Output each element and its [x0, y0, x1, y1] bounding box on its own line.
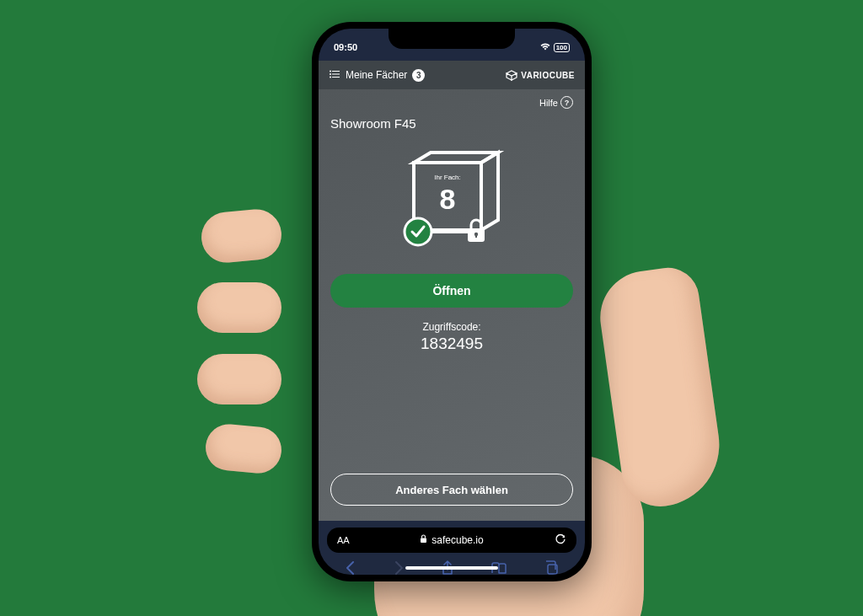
text-size-button[interactable]: AA — [337, 535, 350, 545]
svg-point-0 — [330, 71, 331, 72]
locker-diagram: Ihr Fach: 8 — [330, 137, 573, 264]
tabs-icon[interactable] — [544, 560, 559, 575]
choose-other-button[interactable]: Anderes Fach wählen — [330, 474, 573, 506]
browser-nav — [319, 553, 585, 575]
page-title: Showroom F45 — [330, 116, 573, 131]
svg-rect-12 — [421, 538, 426, 544]
access-code-label: Zugriffscode: — [330, 321, 573, 333]
variocube-icon — [506, 69, 517, 81]
svg-point-2 — [330, 73, 331, 75]
svg-point-8 — [405, 218, 432, 245]
svg-rect-3 — [332, 74, 340, 75]
svg-rect-11 — [475, 234, 477, 238]
lock-icon — [420, 534, 427, 546]
main-content: Hilfe ? Showroom F45 Ihr Fach: 8 — [319, 89, 585, 521]
reload-icon[interactable] — [555, 533, 566, 548]
status-time: 09:50 — [334, 42, 357, 52]
home-indicator[interactable] — [405, 566, 498, 570]
app-header: Meine Fächer 3 VARIOCUBE — [319, 61, 585, 89]
menu-badge: 3 — [412, 69, 425, 82]
brand-text: VARIOCUBE — [521, 71, 575, 80]
svg-rect-1 — [332, 71, 340, 72]
menu-icon — [329, 69, 340, 81]
help-label: Hilfe — [539, 98, 558, 108]
svg-rect-5 — [332, 77, 340, 78]
browser-url-bar[interactable]: AA safecube.io — [327, 528, 576, 553]
nav-back-icon[interactable] — [345, 560, 356, 575]
battery-icon: 100 — [554, 43, 570, 52]
help-icon: ? — [560, 96, 573, 109]
menu-label: Meine Fächer — [346, 69, 407, 81]
phone-frame: 09:50 100 Meine Fächer 3 VARIOCUBE — [312, 22, 592, 581]
url-text: safecube.io — [432, 534, 483, 546]
help-link[interactable]: Hilfe ? — [539, 96, 573, 109]
open-button[interactable]: Öffnen — [330, 274, 573, 308]
wifi-icon — [539, 42, 551, 52]
box-number-svg: 8 — [440, 183, 456, 215]
phone-notch — [389, 29, 515, 49]
svg-point-4 — [330, 77, 331, 78]
brand-logo: VARIOCUBE — [506, 69, 575, 81]
box-label-svg: Ihr Fach: — [434, 174, 461, 181]
nav-forward-icon[interactable] — [393, 560, 405, 575]
access-code-value: 1832495 — [330, 335, 573, 353]
menu-button[interactable]: Meine Fächer 3 — [329, 69, 425, 82]
